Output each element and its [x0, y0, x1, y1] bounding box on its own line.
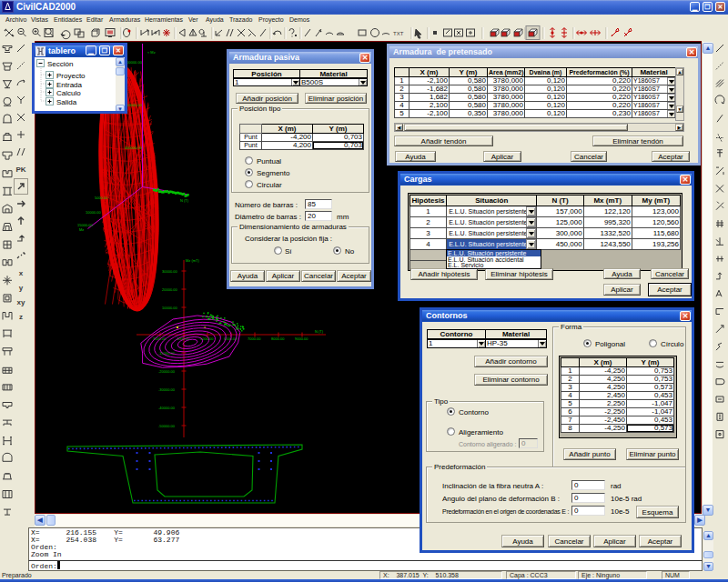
svg-text:PK: PK	[15, 166, 25, 174]
svg-text:-30000.00: -30000.00	[158, 387, 176, 392]
svg-text:y: y	[19, 284, 24, 292]
svg-text:5000.00: 5000.00	[95, 196, 108, 200]
svg-text:x: x	[19, 269, 24, 277]
svg-text:z: z	[19, 313, 23, 321]
svg-text:≈ Mz: ≈ Mz	[147, 50, 156, 55]
svg-text:-40000.00: -40000.00	[158, 406, 176, 410]
svg-text:10000.00: 10000.00	[162, 306, 177, 310]
svg-text:-20000.00: -20000.00	[158, 369, 176, 374]
svg-text:Mz: Mz	[79, 227, 84, 232]
svg-text:N (T): N (T)	[315, 329, 324, 334]
svg-text:x: x	[204, 325, 206, 329]
svg-text:400000.00: 400000.00	[125, 146, 143, 150]
svg-text:7000.00: 7000.00	[248, 336, 261, 341]
svg-text:9000.00: 9000.00	[295, 336, 308, 341]
svg-text:N (T): N (T)	[180, 198, 189, 203]
svg-text:10000.00: 10000.00	[86, 210, 101, 215]
svg-text:Mz (mT): Mz (mT)	[186, 258, 200, 263]
svg-text:20000.00: 20000.00	[162, 287, 177, 292]
svg-text:xy: xy	[17, 298, 25, 306]
svg-text:30000.00: 30000.00	[162, 269, 177, 274]
svg-text:TXT: TXT	[393, 31, 404, 36]
svg-text:-50000.00: -50000.00	[158, 424, 176, 428]
svg-text:8000.00: 8000.00	[271, 336, 285, 341]
